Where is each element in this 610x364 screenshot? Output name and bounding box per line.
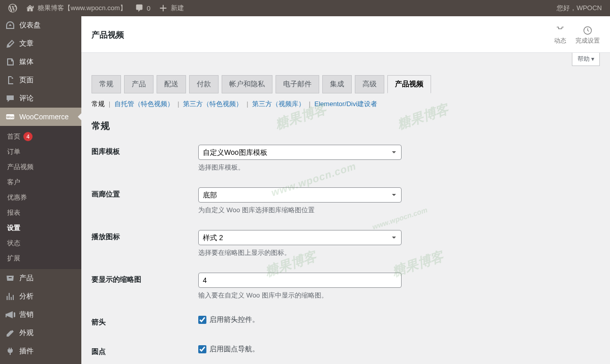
help-button[interactable]: 帮助 ▾	[572, 53, 600, 66]
subnav-third-library[interactable]: 第三方（视频库）	[252, 100, 305, 108]
play-icon-label: 播放图标	[81, 222, 193, 265]
comment-count: 0	[147, 5, 150, 12]
woocommerce-submenu: 首页4 订单 产品视频 客户 优惠券 报表 设置 状态 扩展	[0, 126, 81, 269]
gallery-template-select[interactable]: 自定义Woo图库模板	[198, 145, 402, 160]
menu-pages[interactable]: 页面	[0, 71, 81, 89]
admin-sidebar: 仪表盘 文章 媒体 页面 评论 WooWooCommerce 首页4 订单 产品…	[0, 16, 81, 364]
submenu-reports[interactable]: 报表	[0, 205, 81, 220]
arrows-label: 箭头	[81, 308, 193, 337]
tab-payments[interactable]: 付款	[189, 75, 219, 93]
tab-shipping[interactable]: 配送	[157, 75, 186, 93]
wp-logo[interactable]	[4, 0, 21, 16]
section-subnav: 常规 | 自托管（特色视频） | 第三方（特色视频） | 第三方（视频库） | …	[92, 100, 600, 109]
menu-marketing[interactable]: 营销	[0, 306, 81, 324]
tab-product-video[interactable]: 产品视频	[387, 75, 431, 93]
site-home-link[interactable]: 糖果博客【www.wpocn.com】	[21, 0, 131, 16]
svg-text:Woo: Woo	[6, 115, 14, 119]
subnav-third-featured[interactable]: 第三方（特色视频）	[183, 100, 242, 108]
menu-posts[interactable]: 文章	[0, 35, 81, 53]
menu-dashboard[interactable]: 仪表盘	[0, 16, 81, 35]
submenu-product-video[interactable]: 产品视频	[0, 159, 81, 175]
arrows-checkbox[interactable]	[198, 316, 206, 324]
gallery-template-desc: 选择图库模板。	[198, 163, 600, 172]
tab-emails[interactable]: 电子邮件	[276, 75, 319, 93]
submenu-status[interactable]: 状态	[0, 236, 81, 251]
settings-tabs: 常规 产品 配送 付款 帐户和隐私 电子邮件 集成 高级 产品视频	[92, 75, 600, 93]
subnav-self-hosted[interactable]: 自托管（特色视频）	[114, 100, 174, 108]
arrows-cb-label: 启用箭头控件。	[209, 315, 259, 324]
dots-checkbox[interactable]	[198, 345, 206, 353]
gallery-position-desc: 为自定义 Woo 图库选择图库缩略图位置	[198, 206, 600, 215]
tab-products[interactable]: 产品	[124, 75, 154, 93]
submenu-home[interactable]: 首页4	[0, 129, 81, 144]
tab-accounts[interactable]: 帐户和隐私	[222, 75, 272, 93]
section-heading: 常规	[92, 120, 600, 132]
gallery-position-select[interactable]: 底部	[198, 187, 402, 203]
submenu-coupons[interactable]: 优惠券	[0, 190, 81, 205]
menu-comments[interactable]: 评论	[0, 89, 81, 108]
gallery-template-label: 图库模板	[81, 137, 193, 180]
gallery-position-label: 画廊位置	[81, 180, 193, 222]
submenu-settings[interactable]: 设置	[0, 220, 81, 236]
admin-bar: 糖果博客【www.wpocn.com】 0 新建 您好，WPOCN	[0, 0, 610, 16]
tab-advanced[interactable]: 高级	[355, 75, 384, 93]
dots-cb-label: 启用圆点导航。	[209, 345, 259, 354]
page-header: 产品视频 动态 完成设置	[81, 16, 610, 53]
menu-analytics[interactable]: 分析	[0, 287, 81, 306]
play-icon-select[interactable]: 样式 2	[198, 230, 402, 245]
menu-plugins[interactable]: 插件	[0, 342, 81, 360]
comments-link[interactable]: 0	[131, 0, 155, 16]
subnav-general[interactable]: 常规	[92, 100, 105, 108]
menu-woocommerce[interactable]: WooWooCommerce	[0, 108, 81, 126]
dots-label: 圆点	[81, 337, 193, 364]
home-badge: 4	[23, 132, 33, 141]
site-name: 糖果博客【www.wpocn.com】	[38, 4, 127, 13]
menu-products[interactable]: 产品	[0, 269, 81, 287]
settings-form: 图库模板 自定义Woo图库模板 选择图库模板。 画廊位置 底部 为自定义 Woo…	[81, 137, 610, 364]
tab-general[interactable]: 常规	[92, 75, 121, 93]
play-icon-desc: 选择要在缩略图上显示的图标。	[198, 248, 600, 257]
account-greeting[interactable]: 您好，WPOCN	[553, 0, 606, 16]
subnav-elementor[interactable]: Elementor/Divi建设者	[315, 100, 378, 108]
menu-media[interactable]: 媒体	[0, 53, 81, 71]
thumbs-desc: 输入要在自定义 Woo 图库中显示的缩略图。	[198, 291, 600, 300]
content-area: 产品视频 动态 完成设置 帮助 ▾ 常规 产品 配送 付款 帐户和隐私 电子邮件…	[81, 16, 610, 364]
submenu-extensions[interactable]: 扩展	[0, 251, 81, 266]
thumbs-label: 要显示的缩略图	[81, 265, 193, 308]
page-title: 产品视频	[92, 30, 124, 41]
finish-setup-button[interactable]: 完成设置	[575, 25, 600, 45]
new-content-link[interactable]: 新建	[155, 0, 188, 16]
activity-button[interactable]: 动态	[554, 25, 566, 45]
thumbs-input[interactable]	[198, 273, 402, 288]
tab-integration[interactable]: 集成	[322, 75, 352, 93]
submenu-customers[interactable]: 客户	[0, 175, 81, 190]
submenu-orders[interactable]: 订单	[0, 144, 81, 159]
menu-appearance[interactable]: 外观	[0, 324, 81, 342]
